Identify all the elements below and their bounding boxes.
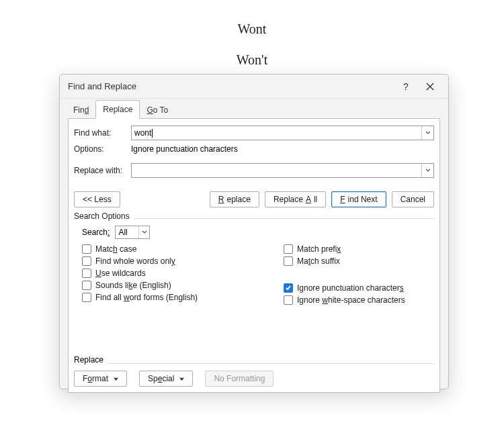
checkbox-icon (284, 244, 293, 254)
find-what-label: Find what: (74, 128, 131, 138)
tab-replace[interactable]: Replace (95, 100, 140, 119)
chevron-down-icon (425, 130, 431, 136)
options-value: Ignore punctuation characters (131, 144, 238, 154)
tab-find[interactable]: Find (67, 101, 95, 119)
cancel-button[interactable]: Cancel (392, 191, 434, 207)
dialog-title: Find and Replace (67, 81, 136, 91)
no-formatting-button: No Formatting (205, 371, 274, 387)
search-direction-value: All (118, 228, 127, 237)
search-direction-label: Search: (82, 228, 110, 237)
dropdown-caret-icon (179, 374, 184, 383)
ignore-whitespace-checkbox[interactable]: Ignore white-space characters (284, 295, 434, 305)
match-case-checkbox[interactable]: Match case (82, 244, 284, 254)
search-options-label: Search Options (74, 211, 434, 221)
tab-go-to[interactable]: Go To (140, 101, 175, 119)
checkbox-icon (82, 281, 91, 290)
checkbox-icon (284, 256, 293, 266)
find-what-input[interactable]: wont (131, 126, 434, 140)
close-icon (426, 83, 434, 91)
document-text-line-1: Wont (0, 21, 504, 37)
format-button[interactable]: Format (74, 371, 127, 387)
checkbox-checked-icon (284, 283, 293, 293)
text-cursor (152, 129, 153, 138)
dropdown-caret-icon (114, 374, 118, 383)
find-next-button[interactable]: Find Next (331, 191, 386, 207)
match-prefix-checkbox[interactable]: Match prefix (284, 244, 434, 254)
checkbox-icon (284, 295, 293, 305)
titlebar: Find and Replace ? (60, 75, 448, 99)
find-what-value: wont (134, 128, 151, 138)
chevron-down-icon (142, 230, 147, 235)
tab-strip: Find Replace Go To (60, 99, 448, 119)
options-label: Options: (74, 144, 131, 154)
match-suffix-checkbox[interactable]: Match suffix (284, 256, 434, 266)
checkbox-icon (82, 269, 91, 278)
less-button[interactable]: << Less (74, 191, 120, 207)
search-direction-select[interactable]: All (115, 226, 150, 239)
chevron-down-icon (425, 168, 431, 173)
find-what-dropdown[interactable] (421, 126, 433, 140)
word-forms-checkbox[interactable]: Find all word forms (English) (82, 293, 284, 302)
document-text-line-2: Won't (0, 52, 504, 68)
special-button[interactable]: Special (139, 371, 193, 387)
close-button[interactable] (419, 77, 442, 96)
replace-with-label: Replace with: (74, 166, 131, 175)
sounds-like-checkbox[interactable]: Sounds like (English) (82, 281, 284, 290)
use-wildcards-checkbox[interactable]: Use wildcards (82, 269, 284, 278)
ignore-punctuation-checkbox[interactable]: Ignore punctuation characters (284, 283, 434, 293)
whole-words-checkbox[interactable]: Find whole words only (82, 256, 284, 266)
checkbox-icon (82, 244, 91, 254)
help-button[interactable]: ? (394, 77, 417, 96)
find-replace-dialog: Find and Replace ? Find Replace Go To Fi… (59, 74, 449, 389)
replace-all-button[interactable]: Replace All (265, 191, 326, 207)
replace-button[interactable]: Replace (210, 191, 259, 207)
checkbox-icon (82, 293, 91, 302)
checkbox-icon (82, 256, 91, 266)
replace-with-input[interactable] (131, 163, 434, 178)
replace-with-dropdown[interactable] (421, 164, 433, 177)
divider (108, 363, 434, 364)
search-direction-dropdown[interactable] (138, 226, 149, 238)
